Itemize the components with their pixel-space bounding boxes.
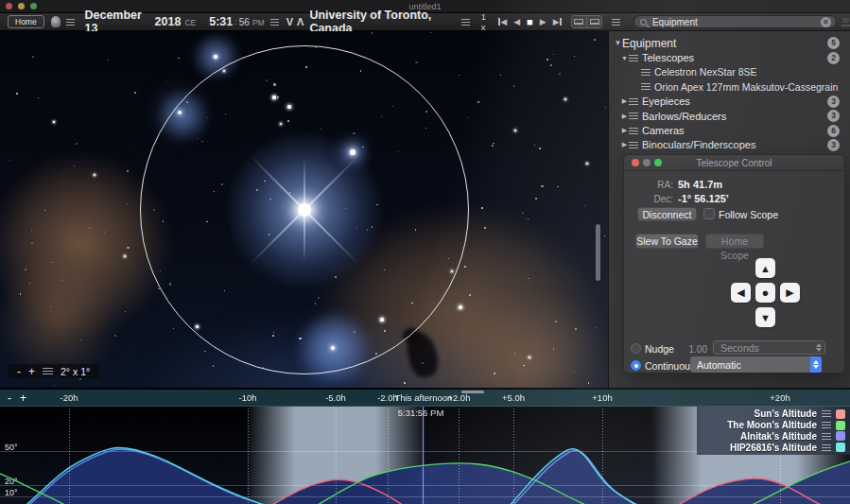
nudge-radio[interactable] xyxy=(631,343,641,354)
item-menu-icon[interactable] xyxy=(641,69,651,76)
disclosure-open-icon[interactable]: ▼ xyxy=(620,55,629,61)
flow-menu-icon[interactable] xyxy=(461,19,470,26)
stop-time-icon[interactable]: ■ xyxy=(527,16,533,27)
background-star xyxy=(31,230,32,231)
disclosure-closed-icon[interactable]: ▶ xyxy=(620,113,629,120)
sky-view[interactable]: - + 2° x 1° xyxy=(0,31,608,388)
home-scope-button[interactable]: Home Scope xyxy=(705,234,764,249)
background-star xyxy=(574,371,575,372)
legend-item[interactable]: Sun's Altitude xyxy=(697,408,845,419)
date-menu-icon[interactable] xyxy=(66,19,75,26)
skip-to-end-icon[interactable]: ▶ xyxy=(553,17,562,26)
time-colon: : xyxy=(234,17,237,26)
item-menu-icon[interactable] xyxy=(629,55,638,61)
item-menu-icon[interactable] xyxy=(629,113,638,119)
graph-zoom-out-button[interactable]: - xyxy=(8,391,11,405)
bright-star[interactable] xyxy=(514,130,517,132)
time-flow-rate[interactable]: 1 x xyxy=(481,11,491,32)
continuous-radio[interactable] xyxy=(631,360,641,371)
nudge-down-button[interactable]: ▼ xyxy=(755,307,775,327)
background-star xyxy=(468,117,469,118)
time-step-down-icon[interactable]: V xyxy=(286,16,293,27)
time-hour-minute[interactable]: 5:31 xyxy=(209,15,233,28)
sky-scrollbar[interactable] xyxy=(596,224,600,281)
tree-item-binoculars[interactable]: ▶ Binoculars/Finderscopes 3 xyxy=(609,138,850,152)
layout-left-icon[interactable] xyxy=(572,16,587,27)
legend-menu-icon[interactable] xyxy=(822,410,831,417)
fov-zoom-out-button[interactable]: - xyxy=(17,366,21,377)
bright-star[interactable] xyxy=(564,98,566,100)
nudge-amount-field[interactable]: 1.00 xyxy=(681,344,707,355)
background-star xyxy=(20,293,22,295)
legend-item[interactable]: HIP26816's Altitude xyxy=(697,443,845,453)
bright-star[interactable] xyxy=(459,305,462,309)
stop-motion-button[interactable]: ● xyxy=(755,283,775,303)
nudge-unit-select[interactable]: Seconds xyxy=(713,340,825,355)
nudge-left-button[interactable]: ◀ xyxy=(731,283,751,303)
item-menu-icon[interactable] xyxy=(641,83,651,90)
equipment-panel: ▼ Equipment 5 ▼ Telescopes 2 Celestron N… xyxy=(608,31,850,388)
background-star xyxy=(594,39,596,41)
home-button[interactable]: Home xyxy=(8,15,44,28)
nudge-right-button[interactable]: ▶ xyxy=(780,283,800,303)
bright-star[interactable] xyxy=(53,121,55,123)
nudge-up-button[interactable]: ▲ xyxy=(755,258,775,278)
time-menu-icon[interactable] xyxy=(270,19,279,26)
tree-item-telescopes[interactable]: ▼ Telescopes 2 xyxy=(609,50,850,64)
disclosure-closed-icon[interactable]: ▶ xyxy=(620,141,629,148)
search-field[interactable]: ✕ xyxy=(633,15,837,28)
search-input[interactable] xyxy=(651,16,821,28)
legend-color-swatch[interactable] xyxy=(836,443,845,452)
layout-right-icon[interactable] xyxy=(586,16,601,27)
time-seconds[interactable]: 56 xyxy=(239,17,250,27)
legend-item[interactable]: The Moon's Altitude xyxy=(697,420,845,430)
date-year[interactable]: 2018 xyxy=(155,15,182,28)
disclosure-closed-icon[interactable]: ▶ xyxy=(620,127,629,134)
legend-item[interactable]: Alnitak's Altitude xyxy=(697,431,845,442)
panel-eject-icon[interactable] xyxy=(841,18,850,26)
tree-item-orion[interactable]: Orion Apex 127mm Maksutov-Cassegrain xyxy=(609,79,850,94)
legend-menu-icon[interactable] xyxy=(822,444,831,451)
bright-star[interactable] xyxy=(586,163,588,165)
legend-color-swatch[interactable] xyxy=(836,421,845,430)
telescope-control-title: Telescope Control xyxy=(624,158,844,168)
step-back-icon[interactable]: ◀ xyxy=(513,17,520,26)
disclosure-open-icon[interactable]: ▼ xyxy=(614,39,622,47)
follow-scope-checkbox[interactable] xyxy=(703,208,715,219)
tree-item-equipment[interactable]: ▼ Equipment 5 xyxy=(609,36,850,50)
stepper-icon xyxy=(813,341,824,354)
disclosure-closed-icon[interactable]: ▶ xyxy=(620,97,629,105)
continuous-mode-select[interactable]: Automatic xyxy=(690,356,822,373)
tree-item-barlows[interactable]: ▶ Barlows/Reducers 3 xyxy=(609,109,850,123)
item-menu-icon[interactable] xyxy=(629,98,638,105)
legend-color-swatch[interactable] xyxy=(836,431,845,441)
item-menu-icon[interactable] xyxy=(629,142,638,148)
item-menu-icon[interactable] xyxy=(629,128,638,134)
telescope-control-titlebar[interactable]: Telescope Control xyxy=(624,155,844,171)
search-menu-icon[interactable] xyxy=(612,19,620,26)
background-star xyxy=(38,97,39,98)
play-forward-icon[interactable]: ▶ xyxy=(540,17,546,26)
legend-menu-icon[interactable] xyxy=(822,433,831,440)
slew-to-gaze-button[interactable]: Slew To Gaze xyxy=(635,234,699,249)
clear-search-icon[interactable]: ✕ xyxy=(821,17,831,27)
time-scrollbar[interactable] xyxy=(461,391,484,393)
skip-to-start-icon[interactable]: ◀ xyxy=(498,17,507,26)
time-step-up-icon[interactable]: Λ xyxy=(297,16,304,27)
tree-item-cameras[interactable]: ▶ Cameras 6 xyxy=(609,123,850,137)
pan-hand-icon[interactable] xyxy=(51,16,61,27)
bright-star[interactable] xyxy=(124,255,126,257)
fov-zoom-in-button[interactable]: + xyxy=(28,366,35,377)
fov-menu-icon[interactable] xyxy=(43,368,53,374)
bright-star[interactable] xyxy=(214,55,217,59)
panel-layout-toggle[interactable] xyxy=(571,15,602,28)
background-star xyxy=(204,351,205,352)
disconnect-button[interactable]: Disconnect xyxy=(637,207,697,221)
legend-menu-icon[interactable] xyxy=(822,422,831,428)
tree-item-celestron[interactable]: Celestron NexStar 8SE xyxy=(609,65,850,79)
graph-zoom-in-button[interactable]: + xyxy=(20,391,26,405)
bright-star[interactable] xyxy=(529,356,530,358)
tree-item-eyepieces[interactable]: ▶ Eyepieces 3 xyxy=(609,95,850,109)
legend-color-swatch[interactable] xyxy=(836,409,845,419)
bright-star[interactable] xyxy=(94,174,95,176)
